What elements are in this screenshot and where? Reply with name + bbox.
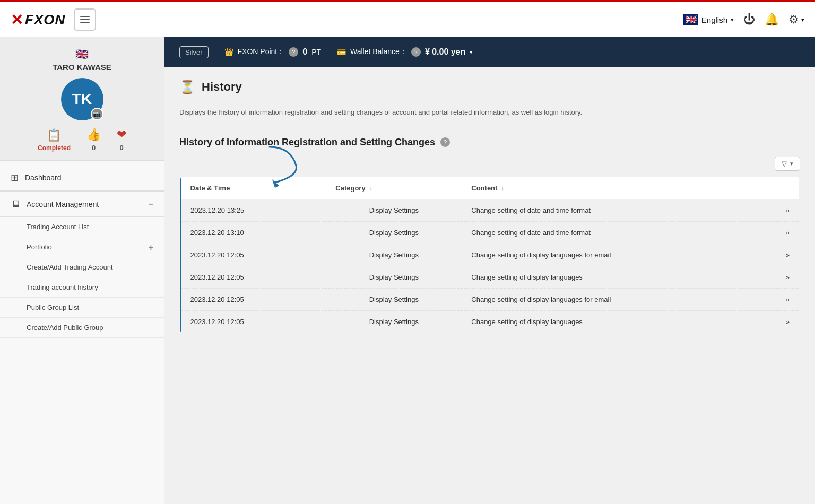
table-row[interactable]: 2023.12.20 12:05Display SettingsChange s…	[180, 266, 800, 288]
cell-row-arrow[interactable]: »	[776, 244, 800, 266]
sidebar-item-account-management[interactable]: 🖥 Account Management −	[0, 192, 164, 217]
filter-button[interactable]: ▽ ▾	[775, 157, 800, 171]
info-bar: Silver 👑 FXON Point： ? 0 PT 💳 Wallet Bal…	[164, 37, 815, 67]
sidebar-item-trading-account-history[interactable]: Trading account history	[0, 277, 164, 298]
cell-datetime: 2023.12.20 12:05	[180, 244, 326, 266]
avatar-camera-button[interactable]: 📷	[91, 108, 103, 120]
cell-category: Display Settings	[326, 288, 462, 310]
sidebar-item-create-trading-account[interactable]: Create/Add Trading Account	[0, 257, 164, 277]
page-content: ⏳ History Displays the history of inform…	[164, 67, 815, 504]
cell-category: Display Settings	[326, 310, 462, 333]
settings-gear-button[interactable]: ⚙ ▾	[788, 13, 804, 27]
page-title: History	[202, 80, 242, 94]
stat-favorites: ❤ 0	[117, 128, 126, 152]
notification-bell-icon[interactable]: 🔔	[765, 13, 779, 27]
cell-row-arrow[interactable]: »	[776, 310, 800, 333]
account-management-label: Account Management	[27, 200, 142, 208]
cell-category: Display Settings	[326, 266, 462, 288]
uk-flag-icon	[683, 14, 698, 25]
section-title-row: History of Information Registration and …	[179, 137, 800, 148]
stat-likes: 👍 0	[86, 128, 101, 152]
cell-row-arrow[interactable]: »	[776, 221, 800, 244]
col-header-category: Category ↓	[326, 177, 462, 199]
col-header-datetime: Date & Time	[180, 177, 326, 199]
cell-content: Change setting of display languages	[462, 310, 776, 333]
likes-value: 0	[92, 144, 96, 152]
sidebar-item-create-public-group[interactable]: Create/Add Public Group	[0, 318, 164, 338]
col-header-action	[776, 177, 800, 199]
table-row[interactable]: 2023.12.20 13:25Display SettingsChange s…	[180, 199, 800, 221]
menu-line-3	[80, 22, 90, 23]
cell-row-arrow[interactable]: »	[776, 288, 800, 310]
wallet-help-icon[interactable]: ?	[411, 47, 421, 57]
table-wrapper: Date & Time Category ↓ Content ↓	[179, 176, 800, 334]
cell-row-arrow[interactable]: »	[776, 199, 800, 221]
language-label: English	[701, 15, 727, 24]
table-row[interactable]: 2023.12.20 13:10Display SettingsChange s…	[180, 221, 800, 244]
sidebar-item-portfolio[interactable]: Portfolio +	[0, 237, 164, 257]
cell-row-arrow[interactable]: »	[776, 266, 800, 288]
portfolio-expand-icon: +	[149, 243, 153, 253]
category-sort-icon[interactable]: ↓	[369, 185, 372, 192]
content-area: Silver 👑 FXON Point： ? 0 PT 💳 Wallet Bal…	[164, 37, 815, 504]
fxon-point-info: 👑 FXON Point： ? 0 PT	[224, 47, 322, 57]
section-title: History of Information Registration and …	[179, 137, 435, 148]
fxon-point-unit: PT	[311, 48, 321, 56]
table-row[interactable]: 2023.12.20 12:05Display SettingsChange s…	[180, 288, 800, 310]
monitor-icon: 🖥	[11, 198, 20, 210]
wallet-chevron-icon[interactable]: ▾	[470, 49, 473, 56]
cell-content: Change setting of display languages for …	[462, 288, 776, 310]
table-row[interactable]: 2023.12.20 12:05Display SettingsChange s…	[180, 244, 800, 266]
sidebar-item-label: Dashboard	[25, 173, 153, 182]
sidebar-item-public-group-list[interactable]: Public Group List	[0, 298, 164, 318]
filter-icon: ▽	[782, 160, 787, 168]
sidebar-item-trading-account-list[interactable]: Trading Account List	[0, 217, 164, 237]
col-header-content: Content ↓	[462, 177, 776, 199]
favorites-value: 0	[119, 144, 123, 152]
filter-label: ▾	[790, 160, 793, 167]
cell-category: Display Settings	[326, 199, 462, 221]
thumbs-up-icon: 👍	[86, 128, 101, 142]
main-layout: 🇬🇧 TARO KAWASE TK 📷 📋 Completed 👍 0 ❤	[0, 37, 815, 504]
language-selector[interactable]: English ▾	[683, 14, 734, 25]
sidebar-navigation: ⊞ Dashboard 🖥 Account Management − Tradi…	[0, 161, 164, 342]
top-navigation: ✕ FXON English ▾ ⏻ 🔔 ⚙ ▾	[0, 0, 815, 37]
cell-datetime: 2023.12.20 12:05	[180, 288, 326, 310]
datetime-header-label: Date & Time	[190, 184, 230, 192]
fxon-point-help-icon[interactable]: ?	[289, 47, 298, 57]
chevron-down-icon: ▾	[731, 16, 734, 23]
crown-icon: 👑	[224, 48, 233, 56]
sidebar-item-dashboard[interactable]: ⊞ Dashboard	[0, 165, 164, 191]
cell-content: Change setting of date and time format	[462, 221, 776, 244]
cell-category: Display Settings	[326, 244, 462, 266]
profile-flag-icon: 🇬🇧	[75, 48, 89, 60]
silver-badge: Silver	[179, 46, 209, 58]
fxon-point-label: FXON Point：	[238, 47, 285, 57]
sidebar: 🇬🇧 TARO KAWASE TK 📷 📋 Completed 👍 0 ❤	[0, 37, 164, 504]
cell-datetime: 2023.12.20 12:05	[180, 310, 326, 333]
cell-content: Change setting of date and time format	[462, 199, 776, 221]
cell-datetime: 2023.12.20 12:05	[180, 266, 326, 288]
avatar-initials: TK	[72, 91, 92, 108]
page-title-row: ⏳ History	[179, 80, 800, 94]
wallet-info: 💳 Wallet Balance： ? ¥ 0.00 yen ▾	[337, 47, 473, 57]
create-trading-account-label: Create/Add Trading Account	[27, 263, 113, 271]
heart-icon: ❤	[117, 128, 126, 142]
cell-category: Display Settings	[326, 221, 462, 244]
trading-account-history-label: Trading account history	[27, 283, 98, 291]
table-row[interactable]: 2023.12.20 12:05Display SettingsChange s…	[180, 310, 800, 333]
content-sort-icon[interactable]: ↓	[501, 185, 505, 192]
power-button[interactable]: ⏻	[743, 13, 755, 27]
menu-line-2	[80, 19, 90, 20]
section-help-icon[interactable]: ?	[440, 137, 450, 147]
nav-left: ✕ FXON	[11, 8, 96, 31]
wallet-value: ¥ 0.00 yen	[425, 47, 466, 57]
cell-datetime: 2023.12.20 13:10	[180, 221, 326, 244]
profile-stats: 📋 Completed 👍 0 ❤ 0	[38, 128, 126, 152]
hamburger-menu-button[interactable]	[74, 8, 96, 31]
gear-chevron-icon: ▾	[801, 16, 804, 23]
wallet-label: Wallet Balance：	[350, 47, 407, 57]
completed-label: Completed	[38, 144, 71, 152]
cell-content: Change setting of display languages	[462, 266, 776, 288]
cell-content: Change setting of display languages for …	[462, 244, 776, 266]
